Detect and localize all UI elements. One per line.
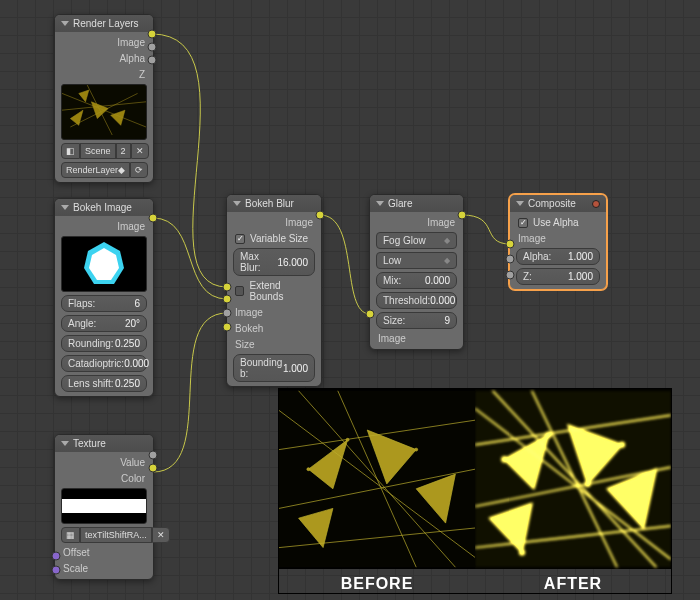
svg-point-38: [585, 482, 590, 487]
collapse-icon: [61, 441, 69, 446]
alpha-field[interactable]: Alpha:1.000: [516, 248, 600, 265]
node-header[interactable]: Texture: [55, 435, 153, 452]
scene-users[interactable]: 2: [116, 143, 131, 159]
node-header[interactable]: Bokeh Image: [55, 199, 153, 216]
unlink-button[interactable]: ✕: [152, 527, 170, 543]
use-alpha-check[interactable]: Use Alpha: [516, 216, 600, 229]
z-field[interactable]: Z:1.000: [516, 268, 600, 285]
node-header[interactable]: Composite: [510, 195, 606, 212]
output-socket[interactable]: Image: [61, 220, 147, 233]
svg-marker-3: [79, 90, 89, 102]
checkbox-icon: [518, 218, 528, 228]
texture-selector[interactable]: ▦ texTiltShiftRA... ✕: [61, 527, 147, 543]
mix-field[interactable]: Mix:0.000: [376, 272, 457, 289]
collapse-icon: [516, 201, 524, 206]
browse-icon: ▦: [61, 527, 80, 543]
svg-point-37: [620, 442, 625, 447]
svg-line-7: [87, 85, 112, 135]
node-header[interactable]: Render Layers: [55, 15, 153, 32]
angle-field[interactable]: Angle:20°: [61, 315, 147, 332]
input-socket[interactable]: Offset: [61, 546, 147, 559]
texture-node[interactable]: Texture Value Color ▦ texTiltShiftRA... …: [54, 434, 154, 580]
catadioptric-field[interactable]: Catadioptric:0.000: [61, 355, 147, 372]
node-title: Bokeh Blur: [245, 198, 315, 209]
output-socket[interactable]: Value: [61, 456, 147, 469]
output-socket[interactable]: Image: [376, 216, 457, 229]
layer-selector[interactable]: RenderLayer◆ ⟳: [61, 162, 147, 178]
svg-marker-0: [70, 110, 83, 125]
svg-point-35: [502, 457, 507, 462]
node-header[interactable]: Bokeh Blur: [227, 195, 321, 212]
refresh-button[interactable]: ⟳: [130, 162, 148, 178]
scene-icon: ◧: [61, 143, 80, 159]
max-blur-field[interactable]: Max Blur:16.000: [233, 248, 315, 276]
scene-name[interactable]: Scene: [80, 143, 116, 159]
render-preview: [61, 84, 147, 140]
output-socket[interactable]: Z: [61, 68, 147, 81]
composite-node[interactable]: Composite Use Alpha Image Alpha:1.000 Z:…: [509, 194, 607, 290]
input-socket[interactable]: Size: [233, 338, 315, 351]
node-title: Render Layers: [73, 18, 147, 29]
svg-point-39: [520, 550, 525, 555]
checkbox-icon: [235, 286, 244, 296]
after-image: [475, 389, 671, 569]
node-title: Glare: [388, 198, 457, 209]
bokeh-preview: [61, 236, 147, 292]
flaps-field[interactable]: Flaps:6: [61, 295, 147, 312]
collapse-icon: [233, 201, 241, 206]
bounding-box-field[interactable]: Bounding b:1.000: [233, 354, 315, 382]
input-socket[interactable]: Image: [516, 232, 600, 245]
svg-point-23: [415, 448, 418, 451]
rounding-field[interactable]: Rounding:0.250: [61, 335, 147, 352]
output-socket[interactable]: Image: [233, 216, 315, 229]
before-label: BEFORE: [279, 575, 475, 593]
bokeh-image-node[interactable]: Bokeh Image Image Flaps:6 Angle:20° Roun…: [54, 198, 154, 397]
size-field[interactable]: Size:9: [376, 312, 457, 329]
svg-point-21: [307, 468, 310, 471]
threshold-field[interactable]: Threshold:0.000: [376, 292, 457, 309]
svg-point-22: [346, 438, 349, 441]
extend-bounds-check[interactable]: Extend Bounds: [233, 279, 315, 303]
input-socket[interactable]: Scale: [61, 562, 147, 575]
texture-preview: [61, 488, 147, 524]
svg-point-36: [546, 433, 551, 438]
lens-shift-field[interactable]: Lens shift:0.250: [61, 375, 147, 392]
checkbox-icon: [235, 234, 245, 244]
input-socket[interactable]: Image: [376, 332, 457, 345]
glare-node[interactable]: Glare Image Fog Glow◆ Low◆ Mix:0.000 Thr…: [369, 194, 464, 350]
node-title: Texture: [73, 438, 147, 449]
output-socket[interactable]: Color: [61, 472, 147, 485]
result-comparison: BEFORE AFTER: [278, 388, 672, 594]
unlink-button[interactable]: ✕: [131, 143, 149, 159]
after-label: AFTER: [475, 575, 671, 593]
node-header[interactable]: Glare: [370, 195, 463, 212]
glare-type-dropdown[interactable]: Fog Glow◆: [376, 232, 457, 249]
render-layers-node[interactable]: Render Layers Image Alpha Z ◧ Scene 2 ✕ …: [54, 14, 154, 183]
node-title: Bokeh Image: [73, 202, 147, 213]
quality-dropdown[interactable]: Low◆: [376, 252, 457, 269]
layer-dropdown[interactable]: RenderLayer◆: [61, 162, 130, 178]
bokeh-blur-node[interactable]: Bokeh Blur Image Variable Size Max Blur:…: [226, 194, 322, 387]
output-socket[interactable]: Image: [61, 36, 147, 49]
variable-size-check[interactable]: Variable Size: [233, 232, 315, 245]
input-socket[interactable]: Image: [233, 306, 315, 319]
node-title: Composite: [528, 198, 588, 209]
scene-selector[interactable]: ◧ Scene 2 ✕: [61, 143, 147, 159]
collapse-icon: [61, 205, 69, 210]
collapse-icon: [61, 21, 69, 26]
output-socket[interactable]: Alpha: [61, 52, 147, 65]
collapse-icon: [376, 201, 384, 206]
active-indicator-icon: [592, 200, 600, 208]
texture-name[interactable]: texTiltShiftRA...: [80, 527, 152, 543]
before-image: [279, 389, 475, 569]
input-socket[interactable]: Bokeh: [233, 322, 315, 335]
